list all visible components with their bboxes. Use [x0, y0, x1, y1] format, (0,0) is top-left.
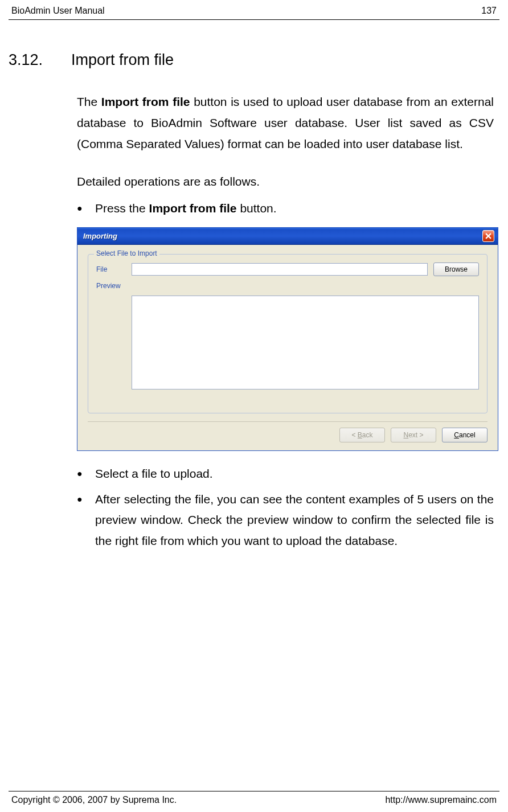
dialog-titlebar: Importing — [77, 228, 498, 245]
preview-label: Preview — [96, 282, 126, 290]
intro-text-1: The — [77, 95, 101, 108]
select-file-groupbox: Select File to Import File Browse Previe… — [88, 254, 487, 413]
back-button: < Back — [339, 428, 385, 442]
footer-url: http://www.supremainc.com — [385, 795, 497, 805]
bullet-press-import: Press the Import from file button. — [77, 198, 494, 219]
page-footer: Copyright © 2006, 2007 by Suprema Inc. h… — [9, 791, 499, 805]
section-number: 3.12. — [9, 51, 71, 69]
preview-listbox[interactable] — [132, 296, 479, 389]
file-label: File — [96, 265, 126, 273]
dialog-separator — [88, 421, 487, 422]
dialog-body: Select File to Import File Browse Previe… — [77, 245, 498, 450]
next-button: Next > — [391, 428, 436, 442]
page-number: 137 — [481, 6, 497, 16]
close-button[interactable] — [482, 230, 494, 242]
intro-bold: Import from file — [101, 95, 190, 108]
bullet-after-selecting: After selecting the file, you can see th… — [77, 489, 494, 552]
bullet1-b: button. — [237, 202, 277, 215]
intro-paragraph: The Import from file button is used to u… — [77, 92, 494, 154]
file-path-input[interactable] — [132, 263, 428, 276]
bullet-select-file: Select a file to upload. — [77, 464, 494, 485]
bullet1-a: Press the — [95, 202, 149, 215]
detailed-ops-line: Detailed operations are as follows. — [77, 171, 494, 192]
bullet1-bold: Import from file — [149, 202, 237, 215]
dialog-title: Importing — [83, 232, 117, 240]
copyright-text: Copyright © 2006, 2007 by Suprema Inc. — [11, 795, 177, 805]
section-heading: 3.12.Import from file — [9, 51, 494, 69]
section-title-text: Import from file — [71, 51, 174, 68]
importing-dialog: Importing Select File to Import File Bro… — [77, 227, 498, 451]
cancel-button[interactable]: Cancel — [442, 428, 487, 442]
doc-title: BioAdmin User Manual — [11, 6, 105, 16]
groupbox-legend: Select File to Import — [94, 249, 159, 257]
close-icon — [485, 233, 491, 239]
page-header: BioAdmin User Manual 137 — [9, 0, 499, 20]
browse-button[interactable]: Browse — [433, 263, 479, 276]
